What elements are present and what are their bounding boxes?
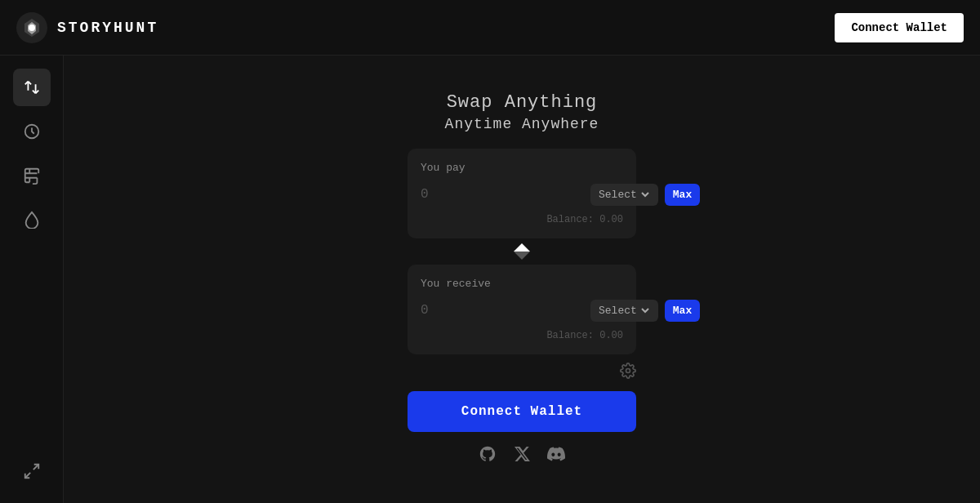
svg-marker-5 (514, 243, 530, 252)
svg-point-1 (29, 24, 35, 31)
twitter-x-icon (513, 445, 531, 463)
you-receive-box: You receive Select Max Balance: 0.00 (408, 265, 636, 354)
you-receive-select-label: Select (599, 305, 637, 317)
you-receive-select-button[interactable]: Select (590, 300, 658, 322)
settings-icon-button[interactable] (620, 363, 636, 383)
expand-icon (23, 462, 41, 480)
svg-line-4 (24, 473, 29, 478)
sidebar (0, 56, 64, 503)
sidebar-item-swap[interactable] (13, 69, 51, 106)
logo-area: STORYHUNT (16, 12, 158, 43)
gear-icon (620, 363, 636, 379)
you-pay-label: You pay (421, 162, 623, 174)
discord-link[interactable] (547, 445, 565, 467)
logo-text: STORYHUNT (57, 20, 158, 36)
puzzle-icon (23, 167, 41, 185)
you-receive-max-button[interactable]: Max (665, 300, 700, 322)
swap-widget: Swap Anything Anytime Anywhere You pay S… (408, 92, 636, 467)
you-pay-select-label: Select (599, 189, 637, 201)
github-icon (479, 445, 497, 463)
chevron-down-icon (640, 189, 650, 199)
sidebar-item-expand[interactable] (13, 452, 51, 490)
sidebar-item-history[interactable] (13, 113, 51, 150)
sidebar-item-puzzle[interactable] (13, 157, 51, 194)
main-layout: Swap Anything Anytime Anywhere You pay S… (0, 56, 980, 503)
discord-icon (547, 445, 565, 463)
twitter-link[interactable] (513, 445, 531, 467)
swap-direction-arrow[interactable] (512, 243, 532, 260)
drops-icon (23, 211, 41, 229)
connect-wallet-main-button[interactable]: Connect Wallet (408, 391, 636, 432)
connect-wallet-header-button[interactable]: Connect Wallet (835, 13, 964, 42)
you-pay-max-button[interactable]: Max (665, 184, 700, 206)
you-receive-input[interactable] (421, 303, 584, 318)
swap-arrow-icon (512, 243, 532, 260)
you-pay-balance: Balance: 0.00 (421, 214, 623, 225)
github-link[interactable] (479, 445, 497, 467)
you-receive-input-row: Select Max (421, 300, 623, 322)
content-area: Swap Anything Anytime Anywhere You pay S… (64, 56, 980, 503)
social-row (479, 445, 565, 467)
storyhunt-logo-icon (16, 12, 47, 43)
svg-line-3 (33, 465, 38, 470)
swap-title: Swap Anything Anytime Anywhere (445, 92, 599, 132)
you-pay-select-button[interactable]: Select (590, 184, 658, 206)
you-receive-label: You receive (421, 278, 623, 290)
you-pay-input[interactable] (421, 187, 584, 202)
sidebar-item-drops[interactable] (13, 201, 51, 238)
you-receive-balance: Balance: 0.00 (421, 330, 623, 341)
svg-point-7 (626, 368, 630, 372)
swap-icon (23, 78, 41, 96)
chevron-down-icon (640, 305, 650, 315)
settings-row (408, 354, 636, 391)
you-pay-box: You pay Select Max Balance: 0.00 (408, 149, 636, 238)
you-pay-input-row: Select Max (421, 184, 623, 206)
swap-title-line2: Anytime Anywhere (445, 116, 599, 132)
svg-marker-6 (514, 252, 530, 260)
header: STORYHUNT Connect Wallet (0, 0, 980, 56)
swap-title-line1: Swap Anything (445, 92, 599, 113)
history-icon (23, 122, 41, 140)
